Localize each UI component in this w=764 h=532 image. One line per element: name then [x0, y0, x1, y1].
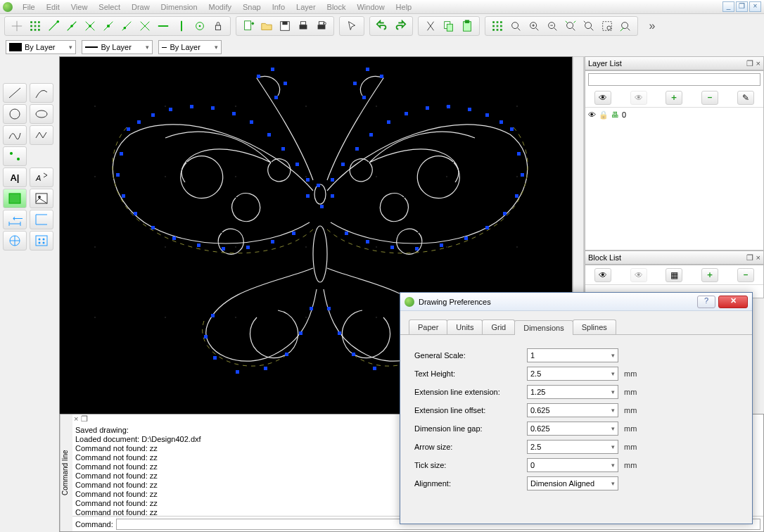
- lock-relative-icon[interactable]: [209, 17, 227, 35]
- input-dim-line-gap[interactable]: 0.625: [527, 422, 618, 436]
- panel-close-icon[interactable]: ×: [756, 59, 760, 68]
- menu-help[interactable]: Help: [390, 1, 418, 13]
- redo-icon[interactable]: [391, 17, 409, 35]
- hatch-tool-icon[interactable]: [3, 189, 27, 208]
- input-general-scale[interactable]: 1: [527, 348, 618, 362]
- tab-splines[interactable]: Splines: [573, 319, 616, 334]
- polyline-tool-icon[interactable]: [30, 125, 53, 145]
- command-line-tab[interactable]: Command line: [60, 414, 72, 531]
- input-ext-line-ext[interactable]: 1.25: [527, 385, 618, 399]
- modify-tool-icon[interactable]: [3, 231, 27, 251]
- print-icon[interactable]: [294, 17, 312, 35]
- tab-units[interactable]: Units: [447, 319, 483, 334]
- dimension-tool-icon[interactable]: ⟵⟶: [3, 210, 27, 229]
- close-button[interactable]: ×: [749, 1, 761, 12]
- dialog-close-button[interactable]: ✕: [718, 296, 748, 308]
- minimize-button[interactable]: _: [722, 1, 734, 12]
- show-all-blocks-icon[interactable]: 👁: [594, 268, 611, 282]
- panel-float-icon[interactable]: ❐: [746, 59, 753, 68]
- ellipse-tool-icon[interactable]: [30, 104, 53, 124]
- restrict-horiz-icon[interactable]: [154, 17, 172, 35]
- point-tool-icon[interactable]: [3, 146, 27, 166]
- add-layer-icon[interactable]: ＋: [666, 91, 682, 105]
- edit-layer-icon[interactable]: ✎: [737, 91, 754, 105]
- copy-icon[interactable]: [440, 17, 458, 35]
- zoom-prev-icon[interactable]: [580, 17, 598, 35]
- zoom-window-icon[interactable]: [598, 17, 616, 35]
- spline-tool-icon[interactable]: [3, 125, 27, 145]
- hide-all-blocks-icon[interactable]: 👁: [630, 268, 647, 282]
- color-by-layer-combo[interactable]: By Layer: [6, 40, 76, 54]
- info-tool-icon[interactable]: [30, 231, 53, 251]
- menu-file[interactable]: File: [17, 1, 41, 13]
- show-all-layers-icon[interactable]: 👁: [594, 91, 611, 105]
- remove-block-icon[interactable]: －: [737, 268, 754, 282]
- snap-middle-icon[interactable]: [99, 17, 117, 35]
- restrict-vert-icon[interactable]: [172, 17, 191, 35]
- input-tick-size[interactable]: 0: [527, 458, 618, 472]
- menu-snap[interactable]: Snap: [237, 1, 267, 13]
- input-ext-line-off[interactable]: 0.625: [527, 403, 618, 417]
- line-tool-icon[interactable]: [3, 83, 27, 103]
- mtext-tool-icon[interactable]: A: [30, 167, 53, 187]
- snap-endpoint-icon[interactable]: [44, 17, 63, 35]
- tab-dimensions[interactable]: Dimensions: [514, 320, 573, 335]
- input-alignment[interactable]: Dimension Aligned: [527, 476, 618, 490]
- snap-free-icon[interactable]: [8, 17, 26, 35]
- new-file-icon[interactable]: [239, 17, 257, 35]
- arc-tool-icon[interactable]: [30, 83, 53, 103]
- snap-onentity-icon[interactable]: [63, 17, 81, 35]
- open-file-icon[interactable]: [257, 17, 276, 35]
- linetype-by-layer-combo[interactable]: By Layer: [158, 40, 222, 54]
- snap-center-icon[interactable]: [81, 17, 99, 35]
- relative-zero-icon[interactable]: [191, 17, 209, 35]
- cut-icon[interactable]: [421, 17, 440, 35]
- save-file-icon[interactable]: [276, 17, 294, 35]
- paste-icon[interactable]: [458, 17, 476, 35]
- menu-select[interactable]: Select: [93, 1, 126, 13]
- circle-tool-icon[interactable]: [3, 104, 27, 124]
- menu-layer[interactable]: Layer: [291, 1, 321, 13]
- menu-draw[interactable]: Draw: [126, 1, 155, 13]
- layer-print-icon[interactable]: 🖶: [611, 110, 619, 119]
- panel-close-icon[interactable]: ×: [756, 253, 760, 262]
- remove-layer-icon[interactable]: －: [701, 91, 718, 105]
- toolbar-overflow-icon[interactable]: »: [643, 17, 661, 35]
- layer-lock-icon[interactable]: 🔒: [599, 110, 609, 120]
- grid-toggle-icon[interactable]: [488, 17, 507, 35]
- text-tool-icon[interactable]: A|: [3, 167, 27, 187]
- cmd-float-icon[interactable]: ❐: [81, 414, 88, 424]
- image-tool-icon[interactable]: [30, 189, 53, 208]
- width-by-layer-combo[interactable]: By Layer: [82, 40, 152, 54]
- snap-grid-icon[interactable]: [26, 17, 44, 35]
- cmd-close-icon[interactable]: ×: [74, 414, 78, 424]
- block-list-header[interactable]: Block List ❐×: [585, 251, 764, 265]
- restore-button[interactable]: ❐: [736, 1, 748, 12]
- menu-edit[interactable]: Edit: [41, 1, 65, 13]
- tab-grid[interactable]: Grid: [482, 319, 515, 334]
- layer-list-header[interactable]: Layer List ❐×: [585, 56, 764, 70]
- input-arrow-size[interactable]: 2.5: [527, 440, 618, 454]
- layer-row-0[interactable]: 👁 🔒 🖶 0: [585, 108, 763, 122]
- snap-distance-icon[interactable]: [117, 17, 136, 35]
- dimension-leader-icon[interactable]: [30, 210, 53, 229]
- print-preview-icon[interactable]: [312, 17, 331, 35]
- undo-icon[interactable]: [373, 17, 391, 35]
- menu-window[interactable]: Window: [351, 1, 390, 13]
- zoom-out-icon[interactable]: [543, 17, 561, 35]
- layer-filter-input[interactable]: [588, 73, 760, 86]
- create-block-icon[interactable]: ▦: [666, 268, 682, 282]
- add-block-icon[interactable]: ＋: [701, 268, 718, 282]
- menu-info[interactable]: Info: [267, 1, 291, 13]
- dialog-titlebar[interactable]: Drawing Preferences ? ✕: [400, 293, 752, 311]
- layer-visible-icon[interactable]: 👁: [588, 110, 596, 119]
- zoom-auto-icon[interactable]: [561, 17, 580, 35]
- zoom-pan-icon[interactable]: [616, 17, 635, 35]
- cursor-icon[interactable]: [343, 17, 361, 35]
- input-text-height[interactable]: 2.5: [527, 367, 618, 381]
- panel-float-icon[interactable]: ❐: [746, 253, 753, 262]
- menu-view[interactable]: View: [65, 1, 94, 13]
- hide-all-layers-icon[interactable]: 👁: [630, 91, 647, 105]
- tab-paper[interactable]: Paper: [409, 319, 447, 334]
- zoom-redraw-icon[interactable]: [507, 17, 525, 35]
